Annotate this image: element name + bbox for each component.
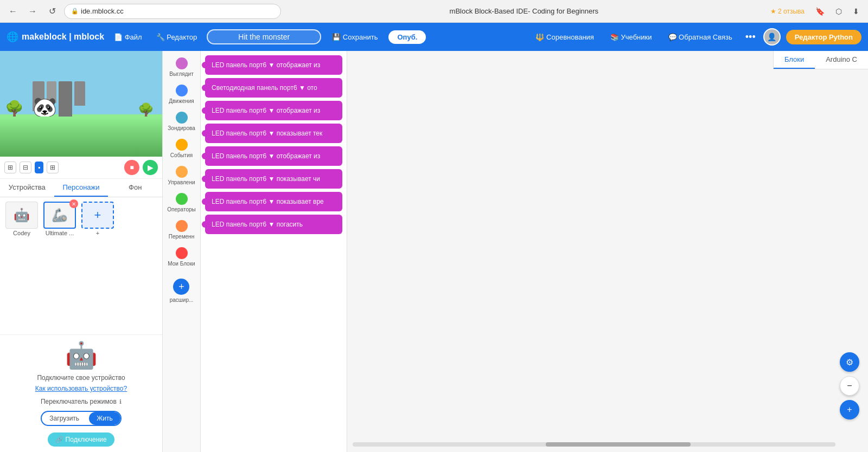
logo-icon: 🌐 xyxy=(7,31,18,43)
sprite-label-codey: Codey xyxy=(13,230,30,236)
tab-sprites[interactable]: Персонажи xyxy=(54,179,108,197)
tab-blocks[interactable]: Блоки xyxy=(774,51,815,69)
workspace-scrollbar-thumb[interactable] xyxy=(546,442,691,447)
category-operators[interactable]: Операторы xyxy=(165,191,199,215)
add-sprite-item[interactable]: + + xyxy=(80,202,115,330)
category-sensing[interactable]: Зондирова xyxy=(165,109,199,133)
connect-button[interactable]: 🔗 Подключение xyxy=(48,432,114,447)
category-events[interactable]: События xyxy=(165,137,199,160)
workspace-zoom-out-button[interactable]: − xyxy=(840,376,859,396)
stage-controls: ⊞ ⊟ ▪ ⊞ ■ ▶ xyxy=(0,157,162,179)
events-dot xyxy=(176,139,188,151)
editor-menu-button[interactable]: 🔧 Редактор xyxy=(152,31,202,43)
stage-panda: 🐼 xyxy=(33,96,57,119)
download-button[interactable]: ⬇ xyxy=(850,6,863,17)
my-blocks-label: Мои Блоки xyxy=(168,261,195,267)
competitions-button[interactable]: 🔱 Соревнования xyxy=(530,31,599,43)
main-content: 🌳 🌳 🪑 🐼 ⊞ ⊟ ▪ ⊞ ■ ▶ Устройства Персонажи xyxy=(0,51,868,452)
my-blocks-dot xyxy=(176,247,188,259)
sprites-area: 🤖 Codey 🦾 ✕ Ultimate ... + + xyxy=(0,197,162,334)
blocks-panel: LED панель порт6 ▼ отображает из Светоди… xyxy=(201,51,347,452)
block-1[interactable]: Светодиодная панель порт6 ▼ ото xyxy=(205,78,342,98)
back-button[interactable]: ← xyxy=(5,4,21,19)
sprite-tabs: Устройства Персонажи Фон xyxy=(0,179,162,197)
sprite-item-codey[interactable]: 🤖 Codey xyxy=(4,202,39,330)
stage-tree-right: 🌳 xyxy=(138,102,154,118)
left-panel: 🌳 🌳 🪑 🐼 ⊞ ⊟ ▪ ⊞ ■ ▶ Устройства Персонажи xyxy=(0,51,163,452)
star-reviews-button[interactable]: ★ 2 отзыва xyxy=(767,7,808,16)
stage-area: 🌳 🌳 🪑 🐼 xyxy=(0,51,162,157)
block-7[interactable]: LED панель порт6 ▼ погасить xyxy=(205,215,342,234)
more-options-button[interactable]: ••• xyxy=(743,31,758,43)
forward-button[interactable]: → xyxy=(25,4,40,19)
publish-button[interactable]: Опуб. xyxy=(388,30,426,44)
tab-background[interactable]: Фон xyxy=(108,179,162,197)
block-5[interactable]: LED панель порт6 ▼ показывает чи xyxy=(205,169,342,189)
add-sprite-button[interactable]: + xyxy=(81,202,114,229)
block-2[interactable]: LED панель порт6 ▼ отображает из xyxy=(205,101,342,120)
variables-dot xyxy=(176,220,188,232)
workspace-scrollbar[interactable] xyxy=(353,442,835,447)
looks-dot xyxy=(176,57,188,69)
live-mode-button[interactable]: Жить xyxy=(89,412,120,425)
mode-toggle-area: Загрузить Жить xyxy=(41,411,121,426)
sensing-dot xyxy=(176,112,188,124)
block-3[interactable]: LED панель порт6 ▼ показывает тек xyxy=(205,124,342,143)
fullscreen-button[interactable]: ⊞ xyxy=(4,162,16,173)
browser-title: mBlock Block-Based IDE- Coding for Begin… xyxy=(285,7,763,15)
control-label: Управлени xyxy=(168,179,195,185)
tutorials-button[interactable]: 📚 Учебники xyxy=(605,31,658,43)
category-variables[interactable]: Переменн xyxy=(165,218,199,242)
stop-button[interactable]: ■ xyxy=(124,160,139,175)
share-button[interactable]: ⬡ xyxy=(832,6,845,17)
bookmark-button[interactable]: 🔖 xyxy=(812,6,828,17)
tab-devices[interactable]: Устройства xyxy=(0,179,54,197)
block-2-text: LED панель порт6 ▼ отображает из xyxy=(212,107,320,114)
workspace-settings-button[interactable]: ⚙ xyxy=(840,352,859,372)
stage-background: 🌳 🌳 🪑 🐼 xyxy=(0,51,162,157)
add-sprite-label: + xyxy=(96,230,99,236)
sprite-thumb-ultimate: 🦾 ✕ xyxy=(43,202,76,229)
save-button[interactable]: 💾 Сохранить xyxy=(327,31,383,43)
device-robot-icon: 🤖 xyxy=(65,340,98,371)
code-workspace[interactable]: Блоки Arduino C ⚙ − + xyxy=(347,51,868,452)
app-header: 🌐 makeblock | mblock 📄 Файл 🔧 Редактор 💾… xyxy=(0,23,868,51)
grid-view-1-button[interactable]: ⊟ xyxy=(20,162,31,173)
extend-label: расшир... xyxy=(170,297,194,303)
refresh-button[interactable]: ↺ xyxy=(44,4,60,19)
device-panel: 🤖 Подключите свое устройство Как использ… xyxy=(0,334,162,452)
address-bar[interactable]: 🔒 ide.mblock.cc xyxy=(64,4,281,19)
grid-view-2-button[interactable]: ▪ xyxy=(35,162,43,173)
python-editor-button[interactable]: Редактор Python xyxy=(786,30,861,44)
workspace-zoom-in-button[interactable]: + xyxy=(840,400,859,419)
feedback-button[interactable]: 💬 Обратная Связь xyxy=(663,31,738,43)
block-4[interactable]: LED панель порт6 ▼ отображает из xyxy=(205,146,342,166)
category-looks[interactable]: Выглядит xyxy=(165,55,199,79)
extend-button[interactable]: + xyxy=(173,279,189,295)
looks-label: Выглядит xyxy=(169,71,194,77)
upload-mode-button[interactable]: Загрузить xyxy=(42,412,87,425)
block-0-text: LED панель порт6 ▼ отображает из xyxy=(212,61,320,69)
motion-label: Движения xyxy=(169,98,194,104)
block-6[interactable]: LED панель порт6 ▼ показывает вре xyxy=(205,192,342,211)
device-help-link[interactable]: Как использовать устройство? xyxy=(35,385,127,392)
project-name-input[interactable] xyxy=(207,29,321,44)
grid-view-3-button[interactable]: ⊞ xyxy=(47,162,59,173)
tab-arduino[interactable]: Arduino C xyxy=(815,51,868,69)
events-label: События xyxy=(170,152,193,158)
avatar[interactable]: 👤 xyxy=(763,28,781,46)
browser-chrome: ← → ↺ 🔒 ide.mblock.cc mBlock Block-Based… xyxy=(0,0,868,23)
address-text: ide.mblock.cc xyxy=(81,7,124,15)
logo-text: makeblock | mblock xyxy=(22,32,104,42)
sprite-label-ultimate: Ultimate ... xyxy=(46,230,74,236)
category-control[interactable]: Управлени xyxy=(165,164,199,188)
play-button[interactable]: ▶ xyxy=(143,160,158,175)
variables-label: Переменн xyxy=(169,234,194,240)
sprite-item-ultimate[interactable]: 🦾 ✕ Ultimate ... xyxy=(42,202,77,330)
category-motion[interactable]: Движения xyxy=(165,82,199,106)
category-my-blocks[interactable]: Мои Блоки xyxy=(165,245,199,269)
sprite-remove-button[interactable]: ✕ xyxy=(69,199,78,208)
block-0[interactable]: LED панель порт6 ▼ отображает из xyxy=(205,55,342,75)
control-dot xyxy=(176,166,188,178)
file-menu-button[interactable]: 📄 Файл xyxy=(110,31,146,43)
